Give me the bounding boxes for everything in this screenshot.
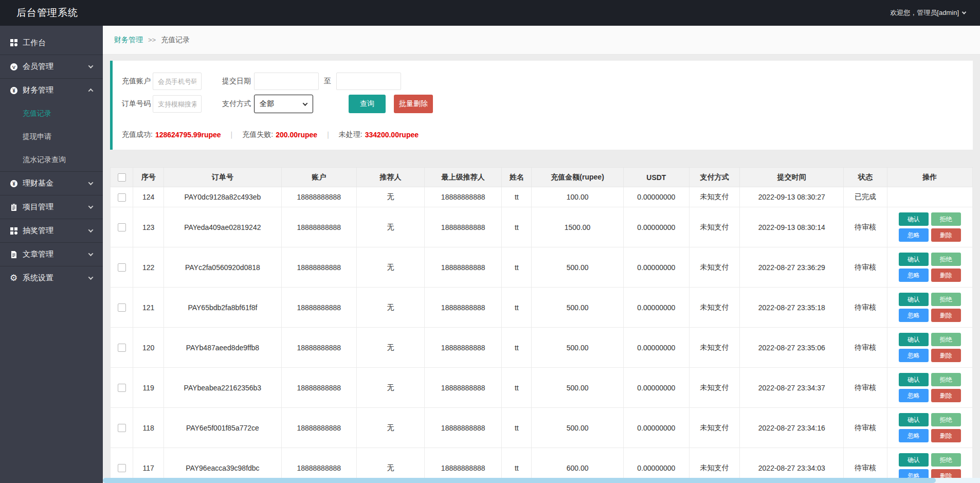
user-menu[interactable]: 欢迎您，管理员[admin] — [890, 8, 980, 17]
cell-pay-method: 未知支付 — [689, 408, 739, 448]
row-checkbox[interactable] — [118, 263, 126, 272]
reject-button[interactable]: 拒绝 — [931, 413, 961, 426]
reject-button[interactable]: 拒绝 — [931, 293, 961, 306]
breadcrumb-parent-link[interactable]: 财务管理 — [114, 35, 143, 45]
cell-top-referrer: 18888888888 — [425, 288, 502, 328]
sidebar-item-recharge-records[interactable]: 充值记录 — [0, 102, 103, 125]
stat-fail-value: 200.00rupee — [276, 131, 317, 139]
order-input[interactable] — [153, 95, 202, 113]
ignore-button[interactable]: 忽略 — [899, 228, 929, 242]
breadcrumb-current: 充值记录 — [161, 35, 190, 45]
cell-amount: 100.00 — [532, 187, 623, 207]
confirm-button[interactable]: 确认 — [899, 212, 929, 226]
sidebar-item-withdraw-requests[interactable]: 提现申请 — [0, 125, 103, 148]
row-checkbox[interactable] — [118, 384, 126, 392]
horizontal-scrollbar[interactable] — [103, 478, 980, 483]
ignore-button[interactable]: 忽略 — [899, 389, 929, 402]
delete-button[interactable]: 删除 — [931, 228, 961, 242]
delete-button[interactable]: 删除 — [931, 429, 961, 442]
row-select-cell — [111, 247, 133, 288]
row-checkbox[interactable] — [118, 193, 126, 202]
row-checkbox[interactable] — [118, 303, 126, 312]
scrollbar-thumb[interactable] — [103, 478, 936, 483]
delete-button[interactable]: 删除 — [931, 349, 961, 362]
ignore-button[interactable]: 忽略 — [899, 309, 929, 322]
date-from-input[interactable] — [254, 73, 319, 90]
cell-referrer: 无 — [356, 368, 424, 408]
column-header: 账户 — [281, 168, 356, 187]
chevron-up-icon — [88, 88, 94, 94]
sidebar-item-workbench[interactable]: 工作台 — [0, 31, 103, 55]
column-header: 支付方式 — [689, 168, 739, 187]
delete-button[interactable]: 删除 — [931, 389, 961, 402]
reject-button[interactable]: 拒绝 — [931, 333, 961, 346]
reject-button[interactable]: 拒绝 — [931, 373, 961, 386]
stat-success-value: 128624795.99rupee — [155, 131, 221, 139]
confirm-button[interactable]: 确认 — [899, 413, 929, 426]
account-input[interactable] — [153, 73, 202, 90]
finance-submenu: 充值记录 提现申请 流水记录查询 — [0, 102, 103, 171]
breadcrumb: 财务管理 >> 充值记录 — [103, 26, 980, 55]
cell-name: tt — [502, 408, 532, 448]
table-row: 122 PAYc2fa0560920d0818 18888888888 无 18… — [111, 247, 973, 288]
sidebar-item-members[interactable]: V 会员管理 — [0, 55, 103, 78]
chevron-down-icon — [88, 204, 94, 209]
confirm-button[interactable]: 确认 — [899, 453, 929, 467]
delete-button[interactable]: 删除 — [931, 269, 961, 282]
row-checkbox[interactable] — [118, 344, 126, 352]
member-icon: V — [9, 62, 18, 71]
cell-account: 18888888888 — [281, 247, 356, 288]
reject-button[interactable]: 拒绝 — [931, 212, 961, 226]
delete-button[interactable]: 删除 — [931, 309, 961, 322]
cell-name: tt — [502, 187, 532, 207]
column-header: 状态 — [844, 168, 887, 187]
sidebar-item-settings[interactable]: ⚙ 系统设置 — [0, 266, 103, 290]
ignore-button[interactable]: 忽略 — [899, 349, 929, 362]
table-row: 120 PAYb487aeed8de9ffb8 18888888888 无 18… — [111, 328, 973, 368]
cell-actions: 确认 拒绝 忽略 删除 — [887, 187, 972, 207]
cell-amount: 500.00 — [532, 247, 623, 288]
cell-submit-time: 2022-08-27 23:35:06 — [740, 328, 844, 368]
cell-amount: 500.00 — [532, 408, 623, 448]
cell-amount: 1500.00 — [532, 207, 623, 247]
cell-account: 18888888888 — [281, 328, 356, 368]
cell-submit-time: 2022-08-27 23:36:29 — [740, 247, 844, 288]
sidebar-item-articles[interactable]: 文章管理 — [0, 242, 103, 266]
confirm-button[interactable]: 确认 — [899, 333, 929, 346]
date-to-label: 至 — [324, 77, 331, 86]
column-header: 推荐人 — [356, 168, 424, 187]
reject-button[interactable]: 拒绝 — [931, 253, 961, 266]
batch-delete-button[interactable]: 批量删除 — [394, 95, 433, 113]
row-checkbox[interactable] — [118, 223, 126, 231]
sidebar-item-wealth-fund[interactable]: ¥ 理财基金 — [0, 171, 103, 195]
column-header: USDT — [623, 168, 689, 187]
select-all-checkbox[interactable] — [118, 173, 126, 182]
pay-method-select[interactable]: 全部 — [254, 95, 313, 113]
cell-name: tt — [502, 207, 532, 247]
sidebar-item-lottery[interactable]: 抽奖管理 — [0, 219, 103, 242]
confirm-button[interactable]: 确认 — [899, 253, 929, 266]
breadcrumb-separator: >> — [148, 36, 156, 44]
date-to-input[interactable] — [336, 73, 401, 90]
confirm-button[interactable]: 确认 — [899, 373, 929, 386]
row-checkbox[interactable] — [118, 464, 126, 472]
sidebar-item-projects[interactable]: 项目管理 — [0, 195, 103, 219]
chevron-down-icon — [88, 275, 94, 280]
sidebar-item-transaction-query[interactable]: 流水记录查询 — [0, 148, 103, 171]
stat-success-label: 充值成功: — [122, 130, 153, 139]
ignore-button[interactable]: 忽略 — [899, 269, 929, 282]
cell-pay-method: 未知支付 — [689, 368, 739, 408]
clipboard-icon — [9, 203, 18, 211]
cell-usdt: 0.00000000 — [623, 408, 689, 448]
column-header: 操作 — [887, 168, 972, 187]
chevron-down-icon — [962, 10, 966, 14]
row-checkbox[interactable] — [118, 424, 126, 432]
sidebar-item-finance[interactable]: ¥ 财务管理 — [0, 78, 103, 102]
search-button[interactable]: 查询 — [349, 95, 386, 113]
reject-button[interactable]: 拒绝 — [931, 453, 961, 467]
main-content: 财务管理 >> 充值记录 充值账户 提交日期 至 订单号码 支付方式 全部 查询… — [103, 26, 980, 483]
ignore-button[interactable]: 忽略 — [899, 429, 929, 442]
row-select-cell — [111, 187, 133, 207]
confirm-button[interactable]: 确认 — [899, 293, 929, 306]
cell-top-referrer: 18888888888 — [425, 247, 502, 288]
